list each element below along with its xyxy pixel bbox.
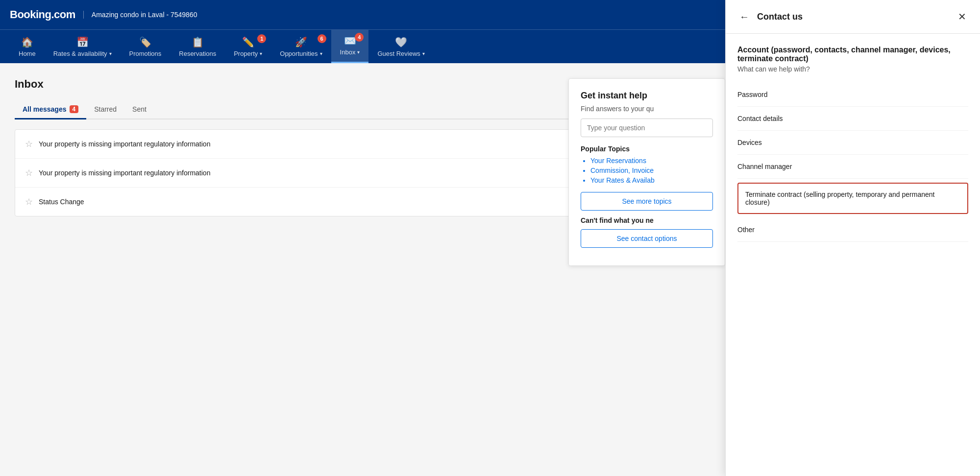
- help-title: Get instant help: [581, 91, 713, 101]
- tab-starred-label: Starred: [94, 105, 117, 113]
- cant-find-text: Can't find what you ne: [581, 216, 713, 224]
- help-panel: Get instant help Find answers to your qu…: [568, 78, 725, 231]
- contact-option-password[interactable]: Password: [737, 83, 968, 107]
- tab-all-label: All messages: [23, 105, 67, 113]
- nav-item-rates[interactable]: 📅Rates & availability▾: [45, 31, 121, 63]
- tab-all-badge: 4: [70, 105, 79, 113]
- tab-sent-label: Sent: [132, 105, 147, 113]
- popular-topics: Popular Topics Your ReservationsCommissi…: [581, 145, 713, 184]
- opportunities-nav-icon: 🚀: [295, 36, 307, 48]
- inbox-badge: 4: [355, 33, 364, 42]
- contact-panel-title: Contact us: [757, 12, 950, 22]
- nav-item-inbox[interactable]: ✉️Inbox▾4: [331, 30, 369, 63]
- home-nav-label: Home: [19, 50, 36, 57]
- opportunities-nav-label: Opportunities▾: [280, 50, 322, 57]
- logo[interactable]: Booking.com: [10, 8, 75, 21]
- contact-body: Account (password, contacts, channel man…: [726, 34, 980, 231]
- contact-subtitle: What can we help with?: [737, 65, 968, 73]
- nav-item-promotions[interactable]: 🏷️Promotions: [121, 31, 171, 63]
- contact-option-other[interactable]: Other: [737, 218, 968, 231]
- property-nav-label: Property▾: [234, 50, 262, 57]
- inbox-nav-label: Inbox▾: [340, 48, 360, 56]
- inbox-nav-icon: ✉️: [344, 35, 356, 47]
- nav-item-home[interactable]: 🏠Home: [10, 31, 45, 63]
- list-item[interactable]: Your Rates & Availab: [590, 176, 713, 184]
- property-name: Amazing condo in Laval - 7549860: [83, 11, 197, 19]
- nav-item-reservations[interactable]: 📋Reservations: [170, 31, 225, 63]
- popular-topics-title: Popular Topics: [581, 145, 713, 153]
- nav-item-property[interactable]: ✏️Property▾1: [225, 31, 271, 63]
- contact-options: PasswordContact detailsDevicesChannel ma…: [737, 83, 968, 231]
- contact-header: ← Contact us ✕: [726, 0, 980, 34]
- reservations-nav-label: Reservations: [179, 50, 216, 57]
- rates-nav-icon: 📅: [76, 36, 89, 48]
- tab-starred[interactable]: Starred: [86, 100, 124, 119]
- see-more-topics-button[interactable]: See more topics: [581, 192, 713, 211]
- promotions-nav-icon: 🏷️: [139, 36, 151, 48]
- property-nav-icon: ✏️: [242, 36, 254, 48]
- help-subtitle: Find answers to your qu: [581, 105, 713, 113]
- opportunities-badge: 6: [318, 34, 326, 43]
- contact-option-channel-manager[interactable]: Channel manager: [737, 155, 968, 179]
- see-contact-options-button[interactable]: See contact options: [581, 229, 713, 231]
- promotions-nav-label: Promotions: [129, 50, 162, 57]
- tab-sent[interactable]: Sent: [124, 100, 154, 119]
- chevron-down-icon: ▾: [260, 51, 262, 56]
- nav-item-opportunities[interactable]: 🚀Opportunities▾6: [271, 31, 331, 63]
- star-icon[interactable]: ☆: [25, 167, 33, 178]
- tab-all[interactable]: All messages4: [15, 100, 86, 119]
- chevron-down-icon: ▾: [109, 51, 112, 56]
- chevron-down-icon: ▾: [422, 51, 425, 56]
- nav-item-guest-reviews[interactable]: 🤍Guest Reviews▾: [368, 31, 433, 63]
- chevron-down-icon: ▾: [357, 49, 360, 55]
- home-nav-icon: 🏠: [21, 36, 33, 48]
- topics-list: Your ReservationsCommission, InvoiceYour…: [581, 157, 713, 184]
- star-icon[interactable]: ☆: [25, 139, 33, 149]
- back-button[interactable]: ←: [737, 9, 751, 24]
- contact-panel: ← Contact us ✕ Account (password, contac…: [725, 0, 980, 231]
- help-input[interactable]: [581, 119, 713, 137]
- contact-option-terminate[interactable]: Terminate contract (selling property, te…: [737, 183, 968, 214]
- reservations-nav-icon: 📋: [192, 36, 204, 48]
- contact-option-devices[interactable]: Devices: [737, 131, 968, 155]
- list-item[interactable]: Commission, Invoice: [590, 167, 713, 174]
- contact-section-title: Account (password, contacts, channel man…: [737, 46, 968, 63]
- chevron-down-icon: ▾: [320, 51, 322, 56]
- star-icon[interactable]: ☆: [25, 196, 33, 207]
- contact-option-contact-details[interactable]: Contact details: [737, 107, 968, 131]
- rates-nav-label: Rates & availability▾: [53, 50, 112, 57]
- property-badge: 1: [257, 34, 266, 43]
- list-item[interactable]: Your Reservations: [590, 157, 713, 165]
- guest-reviews-nav-icon: 🤍: [395, 36, 407, 48]
- close-button[interactable]: ✕: [956, 9, 968, 24]
- guest-reviews-nav-label: Guest Reviews▾: [377, 50, 424, 57]
